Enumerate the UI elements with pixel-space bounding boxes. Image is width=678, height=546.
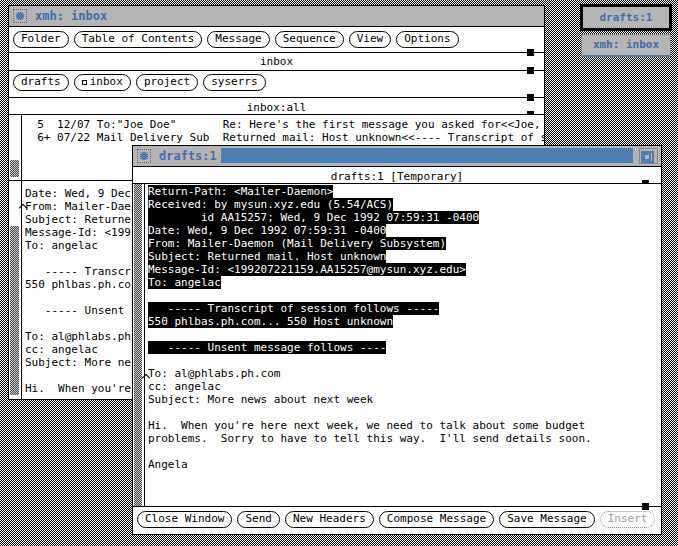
text-line: 5 12/07 To:"Joe Doe" Re: Here's the firs… bbox=[24, 118, 544, 131]
xmh-inbox-titlebar[interactable]: xmh: inbox bbox=[9, 6, 544, 27]
text-line: Received: by mysun.xyz.edu (5.54/ACS) bbox=[148, 198, 661, 211]
menu-bar: FolderTable of ContentsMessageSequenceVi… bbox=[13, 31, 542, 51]
message-menu-button[interactable]: Message bbox=[207, 31, 269, 48]
text-line bbox=[148, 354, 661, 367]
drafts-window: drafts:1 drafts:1 [Temporary] Return-Pat… bbox=[132, 145, 662, 535]
text-line: problems. Sorry to have to tell this way… bbox=[148, 432, 661, 445]
text-line: id AA15257; Wed, 9 Dec 1992 07:59:31 -04… bbox=[148, 211, 661, 224]
draft-text-area[interactable]: Return-Path: <Mailer-Daemon>Received: by… bbox=[133, 184, 661, 507]
text-line bbox=[148, 445, 661, 458]
text-line: From: Mailer-Daemon (Mail Delivery Subsy… bbox=[148, 237, 661, 250]
current-folder-label: inbox bbox=[9, 55, 544, 68]
text-line: Hi. When you're here next week, we need … bbox=[148, 419, 661, 432]
desktop-root: xmh: inbox FolderTable of ContentsMessag… bbox=[0, 0, 678, 546]
text-line: ----- Transcript of session follows ----… bbox=[148, 302, 661, 315]
table-of-contents-menu-button[interactable]: Table of Contents bbox=[74, 31, 203, 48]
folder-button-syserrs[interactable]: syserrs bbox=[203, 74, 265, 91]
text-line: To: angelac bbox=[148, 276, 661, 289]
text-line: Subject: More news about next week bbox=[148, 393, 661, 406]
current-folder-marker-icon bbox=[82, 80, 87, 85]
draft-scrollbar[interactable] bbox=[133, 184, 145, 507]
icon-manager-entry-drafts[interactable]: drafts:1 bbox=[580, 4, 672, 31]
message-view-scrollbar-thumb[interactable] bbox=[10, 226, 19, 395]
text-line: Date: Wed, 9 Dec 1992 07:59:31 -0400 bbox=[148, 224, 661, 237]
draft-scrollbar-thumb[interactable] bbox=[134, 184, 142, 507]
pane-separator bbox=[133, 506, 661, 507]
compose-message-button[interactable]: Compose Message bbox=[379, 511, 494, 528]
text-line: ----- Unsent message follows ---- bbox=[148, 341, 661, 354]
send-button[interactable]: Send bbox=[237, 511, 280, 528]
save-message-button[interactable]: Save Message bbox=[499, 511, 594, 528]
iconify-button-icon[interactable] bbox=[13, 9, 27, 23]
icon-manager-entry-xmh-inbox[interactable]: xmh: inbox bbox=[581, 34, 671, 57]
pane-separator bbox=[9, 97, 544, 98]
sequence-menu-button[interactable]: Sequence bbox=[275, 31, 344, 48]
folder-button-project[interactable]: project bbox=[136, 74, 198, 91]
view-menu-button[interactable]: View bbox=[349, 31, 392, 48]
pane-grip[interactable] bbox=[527, 94, 534, 101]
icon-manager: drafts:1 xmh: inbox bbox=[580, 4, 672, 57]
pane-separator bbox=[9, 70, 544, 71]
pane-grip[interactable] bbox=[527, 67, 534, 74]
folder-menu-button[interactable]: Folder bbox=[13, 31, 69, 48]
window-title: xmh: inbox bbox=[35, 9, 107, 23]
window-title: drafts:1 bbox=[159, 149, 217, 163]
options-menu-button[interactable]: Options bbox=[396, 31, 458, 48]
iconify-button-icon[interactable] bbox=[137, 149, 151, 163]
folder-button-bar: draftsinboxprojectsyserrs bbox=[13, 74, 542, 96]
toc-scrollbar-thumb[interactable] bbox=[10, 160, 19, 177]
new-headers-button[interactable]: New Headers bbox=[285, 511, 374, 528]
toc-scrollbar[interactable] bbox=[9, 115, 22, 180]
pane-grip[interactable] bbox=[642, 503, 649, 510]
close-window-button[interactable]: Close Window bbox=[137, 511, 232, 528]
pane-separator bbox=[9, 52, 544, 53]
draft-button-bar: Close WindowSendNew HeadersCompose Messa… bbox=[137, 511, 659, 531]
draft-text: Return-Path: <Mailer-Daemon>Received: by… bbox=[148, 185, 661, 507]
titlebar-focus-highlight bbox=[221, 148, 633, 163]
sequence-label: inbox:all bbox=[9, 101, 544, 114]
text-line: Angela bbox=[148, 458, 661, 471]
folder-button-inbox[interactable]: inbox bbox=[74, 74, 131, 91]
insert-button: Insert bbox=[600, 511, 656, 528]
text-line bbox=[148, 328, 661, 341]
message-view-scrollbar[interactable] bbox=[9, 181, 22, 399]
drafts-titlebar[interactable]: drafts:1 bbox=[133, 146, 661, 167]
text-line: Message-Id: <199207221159.AA15257@mysun.… bbox=[148, 263, 661, 276]
text-line: Return-Path: <Mailer-Daemon> bbox=[148, 185, 661, 198]
text-line: 550 phlbas.ph.com... 550 Host unknown bbox=[148, 315, 661, 328]
draft-view-label: drafts:1 [Temporary] bbox=[133, 170, 661, 183]
text-line: 6+ 07/22 Mail Delivery Sub Returned mail… bbox=[24, 131, 544, 144]
text-line: To: al@phlabs.ph.com bbox=[148, 367, 661, 380]
text-line: cc: angelac bbox=[148, 380, 661, 393]
folder-button-drafts[interactable]: drafts bbox=[13, 74, 69, 91]
resize-button-icon[interactable] bbox=[639, 148, 658, 164]
text-line bbox=[148, 406, 661, 419]
text-line: Subject: Returned mail. Host unknown bbox=[148, 250, 661, 263]
text-line bbox=[148, 289, 661, 302]
